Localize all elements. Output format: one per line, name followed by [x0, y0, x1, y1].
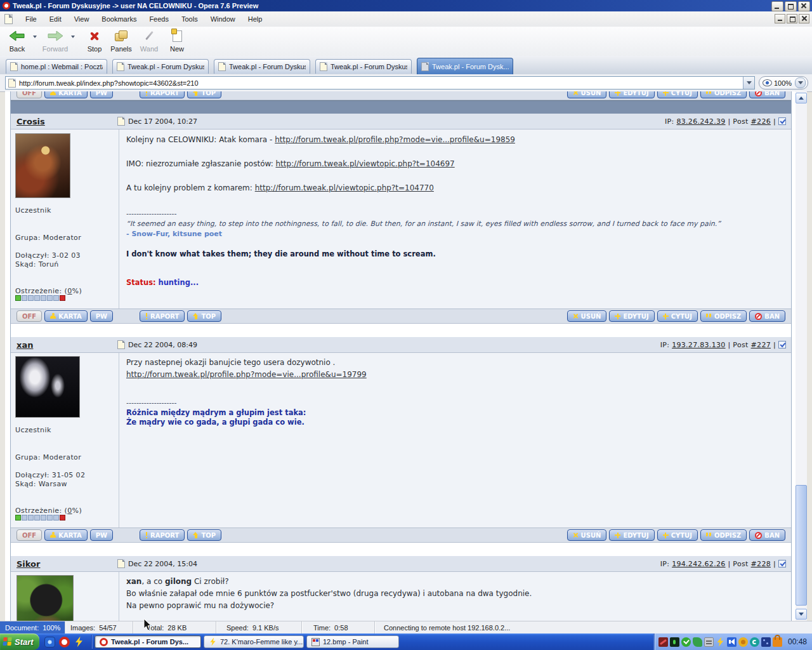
- menu-edit[interactable]: Edit: [43, 11, 68, 27]
- ip-link[interactable]: 83.26.242.39: [676, 117, 725, 126]
- author-link[interactable]: Sikor: [16, 559, 113, 569]
- antivirus-tray-icon[interactable]: [670, 637, 679, 647]
- ban-button[interactable]: BAN: [749, 310, 785, 322]
- top-button[interactable]: TOP: [187, 529, 221, 541]
- raport-button[interactable]: RAPORT: [140, 91, 185, 98]
- menu-view[interactable]: View: [68, 11, 96, 27]
- update-check-tray-icon[interactable]: [681, 637, 691, 647]
- menu-tools[interactable]: Tools: [175, 11, 204, 27]
- post-number-link[interactable]: #226: [751, 117, 771, 126]
- ban-button[interactable]: BAN: [749, 91, 785, 98]
- new-button[interactable]: New: [162, 29, 192, 54]
- usun-button[interactable]: USUŃ: [567, 91, 607, 98]
- tab-forum-1[interactable]: Tweak.pl - Forum Dyskusy...: [112, 59, 209, 74]
- keyboard-tray-icon[interactable]: [704, 637, 714, 647]
- gpu-tray-icon[interactable]: [658, 637, 668, 647]
- wand-button[interactable]: Wand: [134, 29, 164, 54]
- mdi-close-button[interactable]: [799, 14, 809, 23]
- stop-button[interactable]: Stop: [80, 29, 109, 54]
- usun-button[interactable]: USUŃ: [567, 310, 607, 322]
- post-select-checkbox[interactable]: [778, 117, 786, 125]
- author-link[interactable]: xan: [16, 340, 113, 350]
- url-text[interactable]: http://forum.tweak.pl/index.php?showtopi…: [16, 79, 743, 87]
- karta-button[interactable]: KARTA: [44, 529, 88, 541]
- karta-button[interactable]: KARTA: [44, 310, 88, 322]
- edytuj-button[interactable]: EDYTUJ: [609, 529, 654, 541]
- forward-dropdown[interactable]: [71, 38, 77, 44]
- cytuj-button[interactable]: CYTUJ: [657, 91, 698, 98]
- panels-button[interactable]: Panels: [107, 29, 136, 54]
- edytuj-button[interactable]: EDYTUJ: [609, 91, 654, 98]
- task-winamp[interactable]: 72. K'maro-Femme like y...: [204, 635, 304, 648]
- vertical-scrollbar[interactable]: [796, 91, 807, 621]
- cytuj-button[interactable]: CYTUJ: [657, 310, 698, 322]
- back-dropdown[interactable]: [33, 38, 39, 44]
- opera-icon[interactable]: [59, 637, 70, 647]
- p2p-tray-icon[interactable]: [693, 637, 702, 647]
- forward-button[interactable]: Forward: [41, 29, 70, 54]
- odpisz-button[interactable]: ODPISZ: [700, 310, 747, 322]
- close-button[interactable]: [798, 1, 810, 11]
- url-dropdown[interactable]: [743, 77, 754, 89]
- author-link[interactable]: Crosis: [16, 117, 113, 126]
- top-button[interactable]: TOP: [187, 91, 221, 98]
- profile-link[interactable]: http://forum.tweak.pl/profile.php?mode=v…: [275, 135, 515, 144]
- scroll-down-button[interactable]: [796, 609, 807, 620]
- raport-button[interactable]: RAPORT: [140, 310, 185, 322]
- pw-button[interactable]: PW: [90, 529, 113, 541]
- post-select-checkbox[interactable]: [778, 560, 786, 567]
- tab-forum-3[interactable]: Tweak.pl - Forum Dyskus...: [315, 59, 412, 74]
- mouse-tray-icon[interactable]: [761, 637, 771, 647]
- post-number-link[interactable]: #227: [751, 341, 771, 349]
- profile-link[interactable]: http://forum.tweak.pl/profile.php?mode=v…: [126, 370, 367, 379]
- usun-button[interactable]: USUŃ: [567, 529, 607, 541]
- post-number-link[interactable]: #228: [751, 560, 771, 568]
- zoom-dropdown[interactable]: [795, 77, 806, 88]
- url-field[interactable]: http://forum.tweak.pl/index.php?showtopi…: [5, 76, 755, 90]
- menu-bookmarks[interactable]: Bookmarks: [95, 11, 143, 27]
- odpisz-button[interactable]: ODPISZ: [700, 529, 747, 541]
- ip-link[interactable]: 193.27.83.130: [672, 341, 725, 349]
- start-button[interactable]: Start: [0, 633, 39, 650]
- cytuj-button[interactable]: CYTUJ: [657, 529, 698, 541]
- ban-button[interactable]: BAN: [749, 529, 785, 541]
- menu-feeds[interactable]: Feeds: [143, 11, 175, 27]
- menu-file[interactable]: File: [19, 11, 43, 27]
- scroll-up-button[interactable]: [796, 93, 807, 103]
- top-button[interactable]: TOP: [187, 310, 221, 322]
- edytuj-button[interactable]: EDYTUJ: [609, 310, 654, 322]
- task-paint[interactable]: 12.bmp - Paint: [306, 635, 399, 648]
- sync-tray-icon[interactable]: [750, 637, 759, 647]
- pw-button[interactable]: PW: [90, 310, 113, 322]
- off-button[interactable]: OFF: [16, 529, 42, 541]
- menu-help[interactable]: Help: [242, 11, 269, 27]
- karta-button[interactable]: KARTA: [44, 91, 88, 98]
- tab-forum-2[interactable]: Tweak.pl - Forum Dyskus...: [214, 59, 310, 74]
- zoom-control[interactable]: 100%: [759, 76, 808, 90]
- off-button[interactable]: OFF: [16, 91, 42, 98]
- topic-link[interactable]: http://forum.tweak.pl/viewtopic.php?t=10…: [255, 183, 434, 192]
- tab-forum-active[interactable]: Tweak.pl - Forum Dysk...: [417, 58, 513, 74]
- off-button[interactable]: OFF: [16, 310, 42, 322]
- task-opera[interactable]: Tweak.pl - Forum Dys...: [95, 635, 201, 648]
- messenger-tray-icon[interactable]: [738, 637, 748, 647]
- winamp-icon[interactable]: [74, 637, 84, 647]
- post-select-checkbox[interactable]: [778, 341, 786, 348]
- back-button[interactable]: Back: [3, 29, 32, 54]
- minimize-button[interactable]: [771, 1, 783, 11]
- warn-link[interactable]: 0: [67, 287, 72, 295]
- menu-window[interactable]: Window: [204, 11, 242, 27]
- firewall-lock-tray-icon[interactable]: [773, 637, 782, 647]
- scrollbar-thumb[interactable]: [796, 485, 807, 606]
- maximize-button[interactable]: [785, 1, 797, 11]
- pw-button[interactable]: PW: [90, 91, 113, 98]
- tab-webmail[interactable]: home.pl : Webmail : Poczta: [6, 59, 107, 74]
- mdi-minimize-button[interactable]: [775, 14, 785, 23]
- desktop-icon[interactable]: [44, 637, 55, 647]
- odpisz-button[interactable]: ODPISZ: [700, 91, 747, 98]
- mdi-restore-button[interactable]: [787, 14, 797, 23]
- topic-link[interactable]: http://forum.tweak.pl/viewtopic.php?t=10…: [276, 159, 455, 168]
- volume-tray-icon[interactable]: [727, 637, 737, 647]
- ip-link[interactable]: 194.242.62.26: [672, 560, 725, 568]
- warn-link[interactable]: 0: [67, 507, 72, 515]
